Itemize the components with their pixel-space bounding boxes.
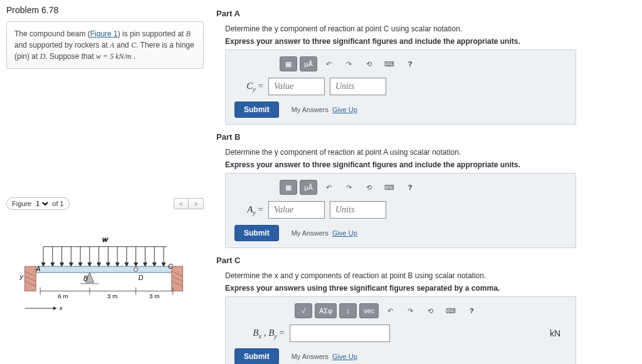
give-up-link[interactable]: Give Up xyxy=(332,353,357,360)
templates-icon[interactable]: ▦ xyxy=(280,180,297,195)
redo-icon[interactable]: ↷ xyxy=(401,303,419,318)
keyboard-icon[interactable]: ⌨ xyxy=(380,56,399,71)
figure-label: Figure xyxy=(12,200,31,207)
my-answers-label: My Answers xyxy=(292,229,329,237)
answer-links: My Answers Give Up xyxy=(292,353,357,360)
svg-marker-24 xyxy=(125,263,129,266)
part-title: Part C xyxy=(216,256,636,265)
answer-box: ▦ µÅ ↶ ↷ ⟲ ⌨ ? Cy = Submit My Answers xyxy=(225,49,576,125)
value-input[interactable] xyxy=(268,78,325,95)
give-up-link[interactable]: Give Up xyxy=(332,229,357,237)
part-title: Part B xyxy=(216,132,636,142)
undo-icon[interactable]: ↶ xyxy=(320,180,337,195)
undo-icon[interactable]: ↶ xyxy=(381,303,399,318)
units-button[interactable]: µÅ xyxy=(300,180,317,195)
lhs-label: Ay = xyxy=(234,204,263,216)
reset-icon[interactable]: ⟲ xyxy=(360,180,377,195)
svg-text:B: B xyxy=(83,274,88,282)
svg-text:C: C xyxy=(168,263,173,270)
help-icon[interactable]: ? xyxy=(463,303,480,318)
svg-rect-29 xyxy=(34,266,176,273)
figure-of: of 1 xyxy=(52,200,63,207)
value-input[interactable] xyxy=(290,325,390,342)
part-instructions: Express your answer to three significant… xyxy=(225,160,636,169)
reset-icon[interactable]: ⟲ xyxy=(421,303,439,318)
svg-text:3 m: 3 m xyxy=(107,293,117,299)
svg-text:A: A xyxy=(35,265,40,273)
part-C: Part C Determine the x and y components … xyxy=(216,256,636,364)
answer-box: ▦ µÅ ↶ ↷ ⟲ ⌨ ? Ay = Submit My Answers xyxy=(225,173,576,248)
svg-point-30 xyxy=(134,268,138,271)
answer-links: My Answers Give Up xyxy=(292,106,357,113)
text: ) is pin supported at xyxy=(118,29,186,38)
submit-button[interactable]: Submit xyxy=(234,348,279,364)
figure-select[interactable]: 1 xyxy=(33,199,50,208)
svg-marker-21 xyxy=(97,263,101,266)
svg-text:x: x xyxy=(59,304,63,311)
sigma-button[interactable]: ΑΣφ xyxy=(315,303,337,318)
svg-marker-18 xyxy=(69,263,73,266)
unit-label: kN xyxy=(550,328,560,338)
redo-icon[interactable]: ↷ xyxy=(340,180,357,195)
problem-title: Problem 6.78 xyxy=(6,5,204,15)
svg-marker-23 xyxy=(115,263,119,266)
text: and xyxy=(114,41,131,49)
svg-marker-27 xyxy=(152,263,156,266)
redo-icon[interactable]: ↷ xyxy=(340,56,357,71)
give-up-link[interactable]: Give Up xyxy=(332,106,357,113)
svg-marker-15 xyxy=(41,263,45,266)
svg-marker-19 xyxy=(78,263,82,266)
svg-marker-28 xyxy=(162,263,166,266)
var-C: C xyxy=(131,41,136,49)
sqrt-icon[interactable]: √ xyxy=(295,303,312,318)
answer-links: My Answers Give Up xyxy=(292,229,357,237)
figure-selector[interactable]: Figure 1 of 1 xyxy=(6,197,70,210)
svg-text:6 m: 6 m xyxy=(58,293,68,299)
lhs-label: Bx , By = xyxy=(234,328,285,340)
part-prompt: Determine the y component of reaction at… xyxy=(225,148,636,157)
svg-marker-25 xyxy=(134,263,138,266)
figure-image: w xyxy=(6,221,204,328)
units-button[interactable]: µÅ xyxy=(300,56,317,71)
part-prompt: Determine the x and y components of reac… xyxy=(225,271,636,280)
my-answers-label: My Answers xyxy=(292,106,329,113)
vec-button[interactable]: vec xyxy=(359,303,379,318)
value-input[interactable] xyxy=(268,201,325,219)
part-title: Part A xyxy=(216,9,636,18)
units-input[interactable] xyxy=(330,201,386,219)
lhs-label: Cy = xyxy=(234,81,263,93)
svg-marker-20 xyxy=(88,263,92,266)
text: . xyxy=(132,52,136,61)
figure-link[interactable]: Figure 1 xyxy=(90,29,118,38)
svg-marker-26 xyxy=(144,263,147,266)
text: . Suppose that xyxy=(45,52,96,61)
svg-text:y: y xyxy=(19,273,24,280)
problem-statement: The compound beam (Figure 1) is pin supp… xyxy=(6,21,204,69)
submit-button[interactable]: Submit xyxy=(234,225,279,241)
undo-icon[interactable]: ↶ xyxy=(320,56,337,71)
part-B: Part B Determine the y component of reac… xyxy=(216,132,636,248)
svg-text:3 m: 3 m xyxy=(149,293,159,299)
part-prompt: Determine the y component of reaction at… xyxy=(225,24,636,33)
keyboard-icon[interactable]: ⌨ xyxy=(380,180,399,195)
text: and supported by rockers at xyxy=(14,41,110,49)
reset-icon[interactable]: ⟲ xyxy=(360,56,377,71)
var-B: B xyxy=(186,29,191,38)
templates-icon[interactable]: ▦ xyxy=(280,56,297,71)
help-icon[interactable]: ? xyxy=(401,180,419,195)
svg-text:D: D xyxy=(139,274,144,281)
part-instructions: Express your answers using three signifi… xyxy=(225,284,636,293)
text: The compound beam ( xyxy=(14,29,90,38)
submit-button[interactable]: Submit xyxy=(234,101,279,118)
svg-marker-57 xyxy=(53,306,57,310)
part-instructions: Express your answer to three significant… xyxy=(225,37,636,46)
answer-box: √ ΑΣφ ↕ vec ↶ ↷ ⟲ ⌨ ? Bx , By = kN Submi… xyxy=(225,296,576,364)
figure-prev-button[interactable]: < xyxy=(174,198,189,209)
updown-icon[interactable]: ↕ xyxy=(339,303,357,318)
units-input[interactable] xyxy=(330,78,386,95)
svg-marker-16 xyxy=(51,263,55,266)
keyboard-icon[interactable]: ⌨ xyxy=(441,303,460,318)
part-A: Part A Determine the y component of reac… xyxy=(216,9,636,125)
figure-next-button[interactable]: > xyxy=(189,198,204,209)
help-icon[interactable]: ? xyxy=(401,56,419,71)
